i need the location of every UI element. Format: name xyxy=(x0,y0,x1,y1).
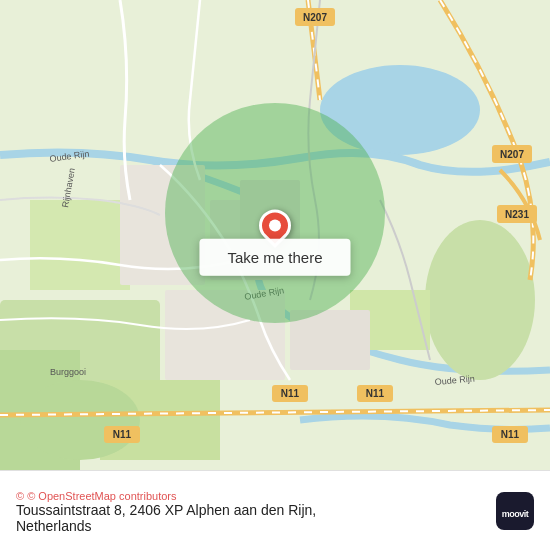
svg-text:moovit: moovit xyxy=(502,509,529,519)
moovit-logo-icon: moovit xyxy=(496,492,534,530)
svg-text:N11: N11 xyxy=(281,388,300,399)
osm-credit-text: © OpenStreetMap contributors xyxy=(27,490,176,502)
map-container: N207 N207 N231 N11 N11 N11 N11 Oude Rijn… xyxy=(0,0,550,470)
moovit-logo[interactable]: moovit xyxy=(496,492,534,530)
svg-text:N207: N207 xyxy=(303,12,327,23)
svg-text:N207: N207 xyxy=(500,149,524,160)
svg-text:N11: N11 xyxy=(501,429,520,440)
svg-rect-3 xyxy=(30,200,130,290)
svg-text:N231: N231 xyxy=(505,209,529,220)
osm-credit: © © OpenStreetMap contributors xyxy=(16,490,316,502)
copyright-symbol: © xyxy=(16,490,24,502)
address-line: Toussaintstraat 8, 2406 XP Alphen aan de… xyxy=(16,502,316,534)
address-block: © © OpenStreetMap contributors Toussaint… xyxy=(16,488,316,534)
address-country: Netherlands xyxy=(16,518,92,534)
map-pin xyxy=(259,209,291,241)
svg-point-8 xyxy=(20,380,140,460)
svg-point-4 xyxy=(425,220,535,380)
bottom-bar: © © OpenStreetMap contributors Toussaint… xyxy=(0,470,550,550)
svg-text:N11: N11 xyxy=(366,388,385,399)
svg-text:N11: N11 xyxy=(113,429,132,440)
address-street: Toussaintstraat 8, 2406 XP Alphen aan de… xyxy=(16,502,316,518)
take-me-there-button[interactable]: Take me there xyxy=(199,239,350,276)
svg-text:Burggooi: Burggooi xyxy=(50,367,86,377)
